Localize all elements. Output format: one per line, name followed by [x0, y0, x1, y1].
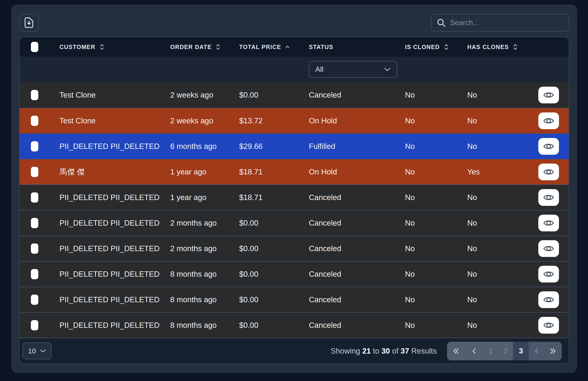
table-body: Test Clone 2 weeks ago $0.00 Canceled No… — [20, 82, 569, 338]
sort-icon — [100, 43, 104, 50]
view-order-button[interactable] — [538, 291, 559, 308]
chevron-left-icon — [471, 347, 477, 355]
cell-status: Canceled — [309, 295, 405, 304]
row-checkbox[interactable] — [31, 218, 38, 228]
status-filter-select[interactable]: All — [309, 61, 397, 78]
eye-icon — [543, 117, 554, 125]
column-header-order-date[interactable]: ORDER DATE — [170, 43, 239, 50]
column-label: TOTAL PRICE — [239, 44, 281, 50]
row-checkbox-cell — [20, 218, 60, 228]
view-order-button[interactable] — [538, 112, 559, 129]
cell-actions — [538, 87, 569, 103]
cell-total-price: $0.00 — [239, 219, 309, 227]
results-summary: Showing 21 to 30 of 37 Results — [331, 347, 437, 356]
sort-icon — [216, 43, 220, 50]
cell-total-price: $18.71 — [239, 168, 309, 176]
cell-total-price: $13.72 — [239, 116, 309, 125]
cell-has-clones: No — [467, 244, 538, 253]
filter-row: All — [20, 57, 569, 82]
cell-customer: PII_DELETED PII_DELETED — [60, 321, 170, 330]
file-download-icon — [24, 17, 34, 28]
page-size-select[interactable]: 10 — [22, 342, 52, 360]
row-checkbox-cell — [20, 320, 60, 330]
eye-icon — [543, 193, 554, 202]
search-input-container[interactable] — [431, 14, 569, 32]
cell-actions — [538, 112, 569, 129]
eye-icon — [543, 321, 554, 329]
view-order-button[interactable] — [538, 87, 559, 103]
cell-actions — [538, 189, 569, 206]
cell-actions — [538, 291, 569, 308]
view-order-button[interactable] — [538, 317, 559, 334]
row-checkbox[interactable] — [31, 167, 38, 177]
row-checkbox-cell — [20, 269, 60, 279]
cell-customer: PII_DELETED PII_DELETED — [60, 244, 170, 253]
search-icon — [437, 18, 446, 27]
table-row: PII_DELETED PII_DELETED 2 months ago $0.… — [20, 235, 569, 261]
column-label: CUSTOMER — [60, 44, 95, 50]
view-order-button[interactable] — [538, 164, 559, 180]
cell-status: Canceled — [309, 91, 405, 99]
cell-status: Canceled — [309, 219, 405, 227]
cell-total-price: $0.00 — [239, 91, 309, 99]
view-order-button[interactable] — [538, 138, 559, 155]
view-order-button[interactable] — [538, 240, 559, 257]
cell-customer: Test Clone — [60, 116, 170, 125]
row-checkbox-cell — [20, 192, 60, 203]
table-footer: 10 Showing 21 to 30 of 37 Results — [20, 338, 569, 363]
eye-icon — [543, 296, 554, 304]
cell-status: Canceled — [309, 244, 405, 253]
cell-order-date: 1 year ago — [170, 193, 239, 202]
page-button-4[interactable]: 4 — [529, 342, 544, 360]
orders-panel: CUSTOMER ORDER DATE TOTAL PRICE STATUS I… — [11, 4, 577, 373]
cell-has-clones: No — [467, 193, 538, 202]
row-checkbox[interactable] — [31, 141, 38, 151]
view-order-button[interactable] — [538, 189, 559, 206]
cell-total-price: $0.00 — [239, 295, 309, 304]
search-input[interactable] — [450, 18, 564, 27]
cell-order-date: 2 months ago — [170, 219, 239, 227]
previous-page-button[interactable] — [465, 342, 483, 360]
sort-ascending-icon — [285, 43, 290, 50]
page-button-2[interactable]: 2 — [498, 342, 513, 360]
cell-status: Canceled — [309, 270, 405, 278]
column-label: HAS CLONES — [467, 44, 509, 50]
double-chevron-left-icon — [453, 347, 459, 355]
cell-order-date: 8 months ago — [170, 295, 239, 304]
row-checkbox[interactable] — [31, 90, 38, 100]
row-checkbox[interactable] — [31, 295, 38, 305]
first-page-button[interactable] — [447, 342, 465, 360]
cell-is-cloned: No — [405, 116, 467, 125]
view-order-button[interactable] — [538, 215, 559, 231]
next-page-button[interactable] — [544, 342, 562, 360]
row-checkbox-cell — [20, 243, 60, 254]
cell-has-clones: No — [467, 295, 538, 304]
cell-total-price: $0.00 — [239, 321, 309, 330]
page-button-1[interactable]: 1 — [483, 342, 498, 360]
row-checkbox[interactable] — [31, 116, 38, 126]
cell-customer: PII_DELETED PII_DELETED — [60, 193, 170, 202]
row-checkbox-cell — [20, 90, 60, 100]
row-checkbox[interactable] — [31, 192, 38, 203]
row-checkbox[interactable] — [31, 320, 38, 330]
cell-customer: PII_DELETED PII_DELETED — [60, 270, 170, 278]
footer-right: Showing 21 to 30 of 37 Results 1234 — [331, 342, 562, 360]
column-header-is-cloned[interactable]: IS CLONED — [405, 43, 467, 50]
column-header-customer[interactable]: CUSTOMER — [60, 43, 170, 50]
cell-order-date: 8 months ago — [170, 321, 239, 330]
view-order-button[interactable] — [538, 266, 559, 282]
page-button-3[interactable]: 3 — [513, 342, 529, 360]
column-header-total-price[interactable]: TOTAL PRICE — [239, 43, 309, 50]
cell-total-price: $18.71 — [239, 193, 309, 202]
eye-icon — [543, 168, 554, 176]
cell-has-clones: No — [467, 321, 538, 330]
row-checkbox[interactable] — [31, 243, 38, 254]
cell-is-cloned: No — [405, 321, 467, 330]
cell-is-cloned: No — [405, 219, 467, 227]
export-button[interactable] — [19, 14, 39, 32]
row-checkbox[interactable] — [31, 269, 38, 279]
select-all-checkbox[interactable] — [31, 42, 38, 52]
column-header-has-clones[interactable]: HAS CLONES — [467, 43, 538, 50]
cell-has-clones: No — [467, 219, 538, 227]
cell-is-cloned: No — [405, 142, 467, 151]
